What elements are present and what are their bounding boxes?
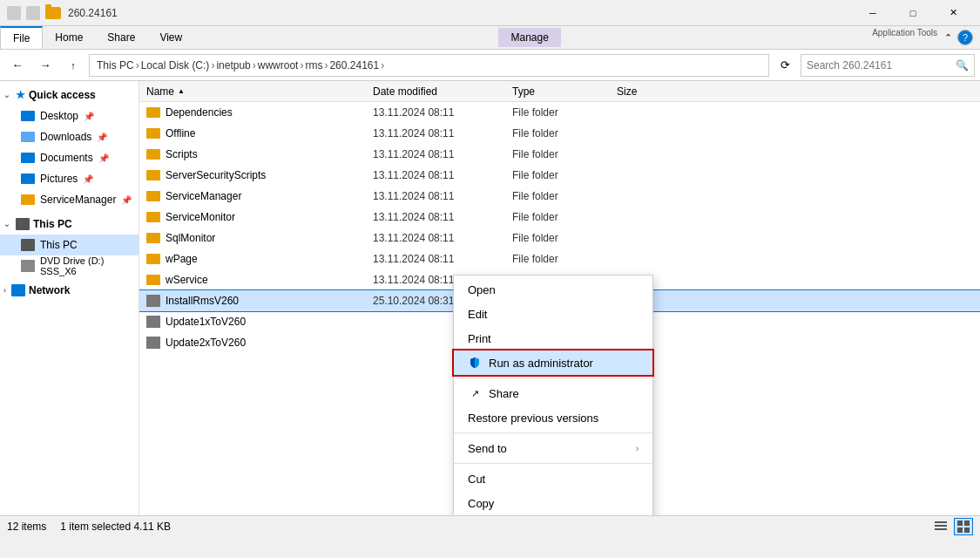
ribbon-collapse-btn[interactable]: ⌃ bbox=[944, 32, 952, 44]
back-button[interactable]: ← bbox=[5, 54, 30, 77]
ctx-edit[interactable]: Edit bbox=[454, 302, 652, 326]
address-bar: ← → ↑ This PC › Local Disk (C:) › inetpu… bbox=[0, 50, 980, 81]
table-row[interactable]: ServerSecurityScripts 13.11.2024 08:11 F… bbox=[139, 165, 980, 186]
context-menu: Open Edit Print Run as administrator bbox=[453, 275, 653, 515]
this-pc-detail-icon bbox=[21, 239, 35, 251]
folder-icon bbox=[146, 233, 160, 243]
ctx-print-label: Print bbox=[468, 332, 639, 345]
sidebar-item-this-pc[interactable]: This PC bbox=[0, 235, 139, 255]
svg-rect-0 bbox=[935, 521, 947, 523]
help-btn[interactable]: ? bbox=[957, 30, 973, 45]
sidebar-label-documents: Documents bbox=[40, 152, 93, 164]
share-icon: ↗ bbox=[468, 386, 482, 400]
pictures-folder-icon bbox=[21, 174, 35, 184]
sidebar-label-downloads: Downloads bbox=[40, 131, 91, 143]
tab-share[interactable]: Share bbox=[95, 26, 147, 49]
ctx-copy[interactable]: Copy bbox=[454, 491, 652, 515]
ctx-sep-3 bbox=[454, 463, 652, 464]
tab-file[interactable]: File bbox=[0, 26, 43, 49]
ctx-runas[interactable]: Run as administrator bbox=[454, 350, 652, 375]
ctx-copy-label: Copy bbox=[468, 497, 639, 510]
sidebar-network-label: Network bbox=[29, 284, 70, 296]
tab-view[interactable]: View bbox=[147, 26, 194, 49]
col-header-type[interactable]: Type bbox=[512, 85, 617, 98]
ctx-restore[interactable]: Restore previous versions bbox=[454, 405, 652, 430]
downloads-pin-icon: 📌 bbox=[97, 133, 107, 142]
search-input[interactable] bbox=[807, 59, 956, 71]
sidebar-item-servicemanager[interactable]: ServiceManager 📌 bbox=[14, 189, 139, 210]
ctx-open[interactable]: Open bbox=[454, 277, 652, 302]
col-header-date[interactable]: Date modified bbox=[373, 85, 512, 98]
ctx-sendto[interactable]: Send to › bbox=[454, 436, 652, 460]
table-row[interactable]: wPage 13.11.2024 08:11 File folder bbox=[139, 248, 980, 269]
sidebar-network-header[interactable]: › Network bbox=[0, 280, 139, 301]
sidebar-item-documents[interactable]: Documents 📌 bbox=[14, 147, 139, 168]
table-row[interactable]: Offline 13.11.2024 08:11 File folder bbox=[139, 123, 980, 144]
sidebar-quick-access-header[interactable]: ⌄ ★ Quick access bbox=[0, 85, 139, 105]
folder-icon bbox=[146, 275, 160, 285]
quick-access-label: Quick access bbox=[29, 89, 96, 101]
folder-icon bbox=[146, 107, 160, 118]
table-row[interactable]: SqlMonitor 13.11.2024 08:11 File folder bbox=[139, 228, 980, 248]
svg-rect-3 bbox=[957, 521, 963, 526]
sidebar-label-svc: ServiceManager bbox=[40, 194, 116, 206]
this-pc-chevron: ⌄ bbox=[3, 220, 10, 228]
pictures-pin-icon: 📌 bbox=[83, 174, 93, 184]
view-controls bbox=[931, 518, 973, 535]
tab-home[interactable]: Home bbox=[43, 26, 95, 49]
ctx-restore-label: Restore previous versions bbox=[468, 412, 639, 425]
quick-access-chevron: ⌄ bbox=[3, 91, 10, 99]
path-local-disk[interactable]: Local Disk (C:) bbox=[141, 59, 210, 71]
sidebar-item-desktop[interactable]: Desktop 📌 bbox=[14, 105, 139, 126]
list-view-button[interactable] bbox=[931, 518, 950, 535]
address-path[interactable]: This PC › Local Disk (C:) › inetpub › ww… bbox=[89, 54, 769, 77]
close-button[interactable]: ✕ bbox=[933, 0, 973, 26]
path-this-pc[interactable]: This PC bbox=[97, 59, 134, 71]
selected-info: 1 item selected 4.11 KB bbox=[60, 521, 171, 533]
sidebar-label-pictures: Pictures bbox=[40, 173, 78, 185]
ctx-cut[interactable]: Cut bbox=[454, 466, 652, 491]
minimize-button[interactable]: ─ bbox=[853, 0, 893, 26]
path-260[interactable]: 260.24161 bbox=[329, 59, 379, 71]
ctx-share[interactable]: ↗ Share bbox=[454, 381, 652, 405]
file-list-header: Name ▲ Date modified Type Size bbox=[139, 81, 980, 102]
cmd-file-icon bbox=[146, 337, 160, 349]
detail-view-button[interactable] bbox=[954, 518, 973, 535]
forward-button[interactable]: → bbox=[33, 54, 57, 77]
this-pc-icon bbox=[16, 218, 30, 230]
path-inetpub[interactable]: inetpub bbox=[216, 59, 250, 71]
col-header-size[interactable]: Size bbox=[617, 85, 686, 98]
ctx-open-label: Open bbox=[468, 283, 639, 296]
table-row[interactable]: Dependencies 13.11.2024 08:11 File folde… bbox=[139, 102, 980, 123]
path-wwwroot[interactable]: wwwroot bbox=[258, 59, 299, 71]
ctx-print[interactable]: Print bbox=[454, 326, 652, 350]
sidebar-item-pictures[interactable]: Pictures 📌 bbox=[14, 168, 139, 189]
col-size-label: Size bbox=[617, 85, 637, 98]
refresh-button[interactable]: ⟳ bbox=[773, 54, 797, 77]
cmd-file-icon bbox=[146, 316, 160, 328]
table-row[interactable]: Scripts 13.11.2024 08:11 File folder bbox=[139, 144, 980, 165]
table-row[interactable]: ServiceManager 13.11.2024 08:11 File fol… bbox=[139, 186, 980, 207]
sidebar-this-pc-header[interactable]: ⌄ This PC bbox=[0, 214, 139, 235]
search-icon: 🔍 bbox=[956, 59, 969, 71]
sidebar: ⌄ ★ Quick access Desktop 📌 Downloads 📌 D… bbox=[0, 81, 139, 515]
maximize-button[interactable]: □ bbox=[893, 0, 933, 26]
documents-pin-icon: 📌 bbox=[98, 153, 109, 163]
svg-rect-6 bbox=[964, 527, 970, 533]
sidebar-item-dvd[interactable]: DVD Drive (D:) SSS_X6 bbox=[0, 255, 139, 276]
col-type-label: Type bbox=[512, 85, 535, 98]
ctx-sendto-label: Send to bbox=[468, 442, 629, 455]
table-row[interactable]: ServiceMonitor 13.11.2024 08:11 File fol… bbox=[139, 207, 980, 228]
app-icon-2 bbox=[26, 6, 40, 20]
ctx-sep-2 bbox=[454, 432, 652, 433]
up-button[interactable]: ↑ bbox=[61, 54, 85, 77]
path-rms[interactable]: rms bbox=[305, 59, 322, 71]
col-header-name[interactable]: Name ▲ bbox=[146, 85, 373, 98]
sidebar-quick-access-items: Desktop 📌 Downloads 📌 Documents 📌 Pictur… bbox=[0, 105, 139, 210]
ribbon-tabs: File Home Share View Manage Application … bbox=[0, 26, 980, 49]
ctx-edit-label: Edit bbox=[468, 308, 639, 321]
tab-manage[interactable]: Manage bbox=[498, 28, 560, 47]
sidebar-item-downloads[interactable]: Downloads 📌 bbox=[14, 126, 139, 147]
file-area: Name ▲ Date modified Type Size Dependenc… bbox=[139, 81, 980, 515]
ctx-runas-label: Run as administrator bbox=[489, 357, 639, 370]
